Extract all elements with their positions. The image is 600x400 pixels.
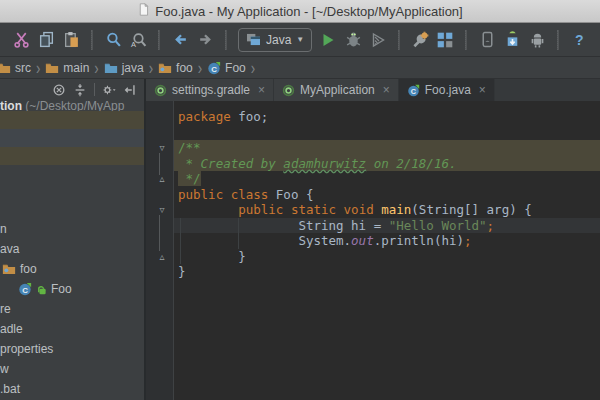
editor-tab-bar: settings.gradle×MyApplication×Foo.java×: [146, 79, 600, 101]
code-line-7[interactable]: public static void main(String[] arg) {: [174, 202, 600, 218]
tab-label: settings.gradle: [172, 83, 250, 97]
code-token: ;: [464, 233, 472, 248]
indent-guide: [238, 218, 239, 249]
tree-item-.bat[interactable]: .bat: [0, 379, 144, 399]
tab-bar-fill: [495, 79, 600, 101]
breadcrumb-item-main[interactable]: main: [45, 61, 89, 75]
breadcrumb-label: Foo: [225, 61, 246, 75]
code-line-3[interactable]: /**: [174, 140, 600, 156]
locate-icon[interactable]: [52, 83, 66, 97]
collapse-all-icon[interactable]: [73, 83, 87, 97]
code-token: ;: [487, 218, 495, 233]
tree-item-adle[interactable]: adle: [0, 319, 144, 339]
class-icon: [407, 84, 420, 97]
find-icon[interactable]: [104, 31, 122, 49]
editor-tab-MyApplication[interactable]: MyApplication×: [274, 79, 399, 101]
tab-label: Foo.java: [425, 83, 471, 97]
tree-item-label: Foo: [51, 282, 72, 296]
panel-toolbar-separator: [94, 83, 95, 96]
tree-item-w[interactable]: w: [0, 359, 144, 379]
code-token: on 2/18/16.: [366, 156, 456, 171]
tree-item-label: properties: [0, 342, 53, 356]
close-icon[interactable]: ×: [479, 83, 486, 97]
close-icon[interactable]: ×: [383, 83, 390, 97]
breadcrumb: src›main›java›foo›Foo›: [0, 57, 600, 79]
breadcrumb-separator-icon: ›: [149, 57, 153, 78]
hide-panel-icon[interactable]: [123, 83, 137, 97]
tree-item-properties[interactable]: properties: [0, 339, 144, 359]
run-icon[interactable]: [319, 31, 337, 49]
code-line-11[interactable]: }: [174, 264, 600, 280]
fold-expand-icon[interactable]: ▵: [156, 172, 168, 185]
folder-orange-icon: [0, 61, 11, 75]
fold-expand-icon[interactable]: ▵: [156, 250, 168, 263]
tree-item-ava[interactable]: ava: [0, 239, 144, 259]
tree-item-foo[interactable]: foo: [0, 259, 144, 279]
code-token: System.: [178, 233, 351, 248]
debug-icon[interactable]: [344, 31, 362, 49]
breadcrumb-item-src[interactable]: src: [2, 61, 31, 75]
class-icon: [18, 282, 32, 296]
avd-manager-icon[interactable]: [503, 31, 521, 49]
code-line-10[interactable]: }: [174, 249, 600, 265]
close-icon[interactable]: ×: [258, 83, 265, 97]
toolbar-separator: [225, 30, 227, 50]
tree-item-label: .bat: [0, 382, 20, 396]
sdk-manager-icon[interactable]: [411, 31, 429, 49]
editor-tab-settings.gradle[interactable]: settings.gradle×: [146, 79, 274, 101]
package-icon: [2, 262, 16, 276]
code-line-2[interactable]: [174, 125, 600, 141]
paste-icon[interactable]: [62, 31, 80, 49]
code-editor[interactable]: package foo;/** * Created by adamhurwitz…: [174, 101, 600, 400]
tree-item-Foo[interactable]: Foo: [0, 279, 144, 299]
code-token: package: [178, 109, 238, 124]
run-config-label: Java: [266, 33, 291, 47]
code-token: }: [178, 249, 246, 264]
package-icon: [158, 61, 172, 75]
breadcrumb-label: main: [63, 61, 89, 75]
device-monitor-icon[interactable]: [478, 31, 496, 49]
tree-selected-row[interactable]: [0, 129, 144, 147]
breadcrumb-separator-icon: ›: [94, 57, 98, 78]
code-token: adamhurwitz: [283, 156, 366, 171]
android-robot-icon[interactable]: [528, 31, 546, 49]
project-structure-icon[interactable]: [436, 31, 454, 49]
help-icon[interactable]: ?: [570, 31, 588, 49]
copy-icon[interactable]: [37, 31, 55, 49]
code-line-1[interactable]: package foo;: [174, 109, 600, 125]
code-token: /**: [178, 140, 201, 155]
breadcrumb-separator-icon: ›: [198, 57, 202, 78]
cut-icon[interactable]: [12, 31, 30, 49]
toolbar-separator: [398, 30, 400, 50]
tree-item-label: w: [0, 362, 9, 376]
tree-selected-row[interactable]: [0, 147, 144, 165]
run-configuration-select[interactable]: Java ▼: [238, 28, 312, 52]
breadcrumb-item-java[interactable]: java: [104, 61, 144, 75]
editor-gutter[interactable]: ▿▵▿▵: [146, 101, 174, 400]
back-icon[interactable]: [171, 31, 189, 49]
title-bar[interactable]: Foo.java - My Application - [~/Desktop/M…: [0, 0, 600, 23]
code-token: public class: [178, 187, 276, 202]
lock-icon: [36, 284, 47, 295]
breadcrumb-item-foo[interactable]: foo: [158, 61, 193, 75]
fold-collapse-icon[interactable]: ▿: [156, 203, 168, 216]
forward-icon[interactable]: [196, 31, 214, 49]
code-line-5[interactable]: */: [174, 171, 600, 187]
tree-item-re[interactable]: re: [0, 299, 144, 319]
editor-tab-Foo.java[interactable]: Foo.java×: [399, 79, 495, 101]
code-line-6[interactable]: public class Foo {: [174, 187, 600, 203]
toolbar-separator: [557, 30, 559, 50]
tree-item-n[interactable]: n: [0, 219, 144, 239]
run-with-coverage-icon[interactable]: [369, 31, 387, 49]
replace-icon[interactable]: A: [129, 31, 147, 49]
svg-text:A: A: [131, 40, 136, 48]
tree-selected-row[interactable]: [0, 111, 144, 129]
folder-blue-icon: [104, 61, 118, 75]
code-line-4[interactable]: * Created by adamhurwitz on 2/18/16.: [174, 156, 600, 172]
fold-collapse-icon[interactable]: ▿: [156, 141, 168, 154]
tree-item-label: ava: [0, 242, 19, 256]
settings-gear-icon[interactable]: [102, 83, 116, 97]
fold-range-line: [159, 215, 160, 251]
breadcrumb-item-Foo[interactable]: Foo: [207, 61, 246, 75]
tree-item-label: re: [0, 302, 11, 316]
